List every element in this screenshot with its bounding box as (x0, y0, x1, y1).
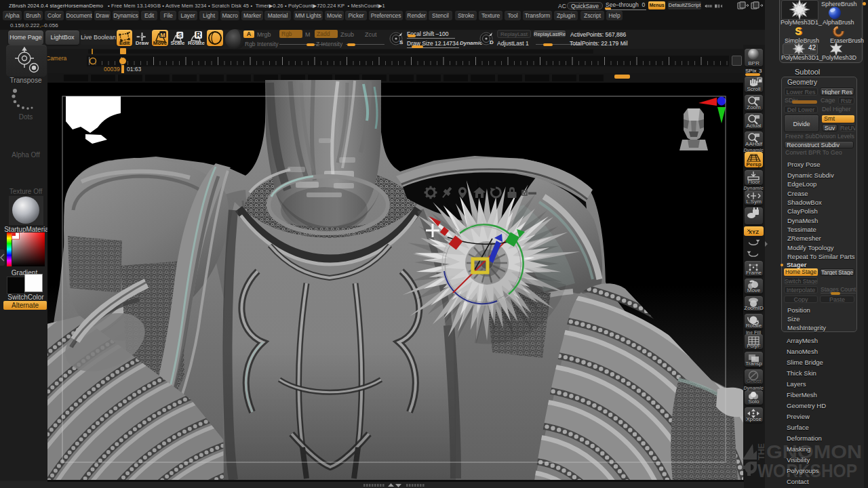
svg-text:S: S (178, 32, 182, 39)
svg-text:XYZ: XYZ (749, 229, 759, 235)
svg-text:D: D (490, 39, 494, 45)
svg-text:S: S (795, 26, 801, 37)
svg-text:M: M (160, 32, 165, 39)
svg-text:GNOMON: GNOMON (766, 441, 862, 462)
svg-text:S: S (399, 39, 403, 45)
svg-text:THE: THE (757, 443, 766, 460)
svg-text:R: R (196, 31, 201, 39)
